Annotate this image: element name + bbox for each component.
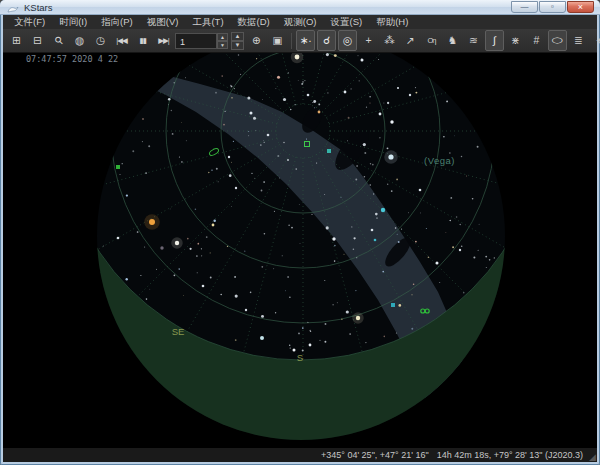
cardinal-label-s: S [297,352,303,363]
menu-bar: 文件(F)时间(I)指向(P)视图(V)工具(T)数据(D)观测(O)设置(S)… [3,15,597,29]
time-step-forward-button[interactable]: ▶▶| [154,30,173,51]
time-step-adjust-up-button[interactable]: ▲ [231,32,244,41]
star [459,249,461,251]
kstars-logo-icon [7,2,19,13]
menu-file[interactable]: 文件(F) [7,15,52,29]
dso-square-symbol [391,303,395,307]
star [202,285,205,288]
set-time-icon: ◷ [96,35,105,46]
time-step-adjust: ▲▼ [231,32,244,50]
toggle-equatorial-grid-button[interactable]: ⋇ [506,30,525,51]
toggle-constellation-art-button[interactable]: ♞ [443,30,462,51]
toggle-constellation-lines-button[interactable]: ↗ [401,30,420,51]
sim-clock-overlay: 07:47:57 2020 4 22 [26,54,118,64]
menu-tools[interactable]: 工具(T) [185,15,230,29]
menu-settings[interactable]: 设置(S) [324,15,370,29]
toggle-constellation-lines-icon: ↗ [406,35,415,46]
focus-object-button[interactable]: ⊕ [247,30,266,51]
toggle-stars-icon: ∗∙ [300,35,312,46]
star [390,120,393,123]
time-step-back-icon: |◀◀ [116,37,126,45]
menu-view[interactable]: 视图(V) [140,15,186,29]
status-bar: +345° 04' 25", +47° 21' 16" 14h 42m 18s,… [3,447,597,462]
whats-interesting-button[interactable]: ⌖ [590,30,600,51]
menu-help[interactable]: 帮助(H) [369,15,415,29]
star [307,94,310,97]
star-label-vega: (Vega) [424,155,455,166]
time-step-decrease-button[interactable]: ▼ [217,41,228,49]
toggle-constellation-names-button[interactable]: Oη [422,30,441,51]
minimize-button[interactable]: — [511,1,538,13]
time-stop-icon: ▮▮ [139,37,145,45]
dso-square-symbol [116,165,120,169]
toggle-milky-way-button[interactable]: ∫ [485,30,504,51]
download-data-button[interactable]: ◍ [70,30,89,51]
menu-observation[interactable]: 观测(O) [277,15,324,29]
toggle-constellation-boundaries-button[interactable]: ≋ [464,30,483,51]
star [318,111,321,114]
cardinal-label-se: SE [172,326,185,337]
time-stop-button[interactable]: ▮▮ [133,30,152,51]
toggle-horizontal-grid-icon: # [534,35,540,46]
star [419,189,422,192]
toggle-supernovae-button[interactable]: + [359,30,378,51]
star [356,316,360,320]
toggle-stars-button[interactable]: ∗∙ [296,30,315,51]
time-step-forward-icon: ▶▶| [158,37,168,45]
observing-list-button[interactable]: ≣ [569,30,588,51]
find-object-icon: ⚲ [52,34,65,47]
toggle-deep-sky-button[interactable]: ☌ [317,30,336,51]
toggle-constellation-boundaries-icon: ≋ [469,35,478,46]
star [388,154,393,159]
dso-square-symbol [327,149,331,153]
toggle-ground-button[interactable]: ◯ [548,30,567,51]
whats-interesting-icon: ⌖ [597,35,600,46]
observing-list-icon: ≣ [574,35,583,46]
resize-grip[interactable]: ◢ [589,452,596,462]
set-time-button[interactable]: ◷ [91,30,110,51]
star [160,246,163,249]
find-object-button[interactable]: ⚲ [49,30,68,51]
star [250,112,253,115]
toolbar-separator [291,33,292,49]
star [309,344,312,347]
capture-image-button[interactable]: ▣ [268,30,287,51]
star [212,224,215,227]
main-toolbar: ⊞⊟⚲◍◷|◀◀▮▮▶▶|1▲▼▲▼⊕▣∗∙☌◎+⁂↗Oη♞≋∫⋇#◯≣⌖⚑◑ [3,29,597,53]
star [267,134,270,137]
star [409,94,411,96]
time-step-adjust-down-button[interactable]: ▼ [231,41,244,50]
toggle-deep-sky-icon: ☌ [323,35,330,46]
time-step-spinbox: 1▲▼ [175,33,228,49]
menu-pointing[interactable]: 指向(P) [94,15,140,29]
toggle-horizontal-grid-button[interactable]: # [527,30,546,51]
menu-time[interactable]: 时间(I) [52,15,94,29]
time-step-input[interactable]: 1 [175,33,217,49]
dso-dot-symbol [374,239,377,242]
star [344,91,347,94]
toggle-solar-system-button[interactable]: ◎ [338,30,357,51]
toggle-constellation-art-icon: ♞ [448,35,457,46]
kstars-window: KStars — ▫ × 文件(F)时间(I)指向(P)视图(V)工具(T)数据… [0,0,600,465]
toggle-satellites-icon: ⁂ [384,35,395,46]
sky-map[interactable]: SES(Vega)07:47:57 2020 4 22 [3,53,597,447]
menu-data[interactable]: 数据(D) [231,15,277,29]
star [436,262,439,265]
time-step-increase-button[interactable]: ▲ [217,33,228,41]
star [379,113,382,116]
star [332,237,335,240]
time-step-back-button[interactable]: |◀◀ [112,30,131,51]
focus-object-icon: ⊕ [252,35,261,46]
star [293,349,296,352]
star [235,187,237,189]
zoom-out-button[interactable]: ⊟ [28,30,47,51]
capture-image-icon: ▣ [273,35,283,46]
toggle-ground-icon: ◯ [552,38,564,44]
title-bar[interactable]: KStars — ▫ × [0,0,600,15]
toggle-solar-system-icon: ◎ [343,35,352,46]
maximize-button[interactable]: ▫ [539,1,566,13]
toggle-supernovae-icon: + [365,35,371,46]
close-button[interactable]: × [567,1,594,13]
toggle-satellites-button[interactable]: ⁂ [380,30,399,51]
zoom-in-button[interactable]: ⊞ [7,30,26,51]
